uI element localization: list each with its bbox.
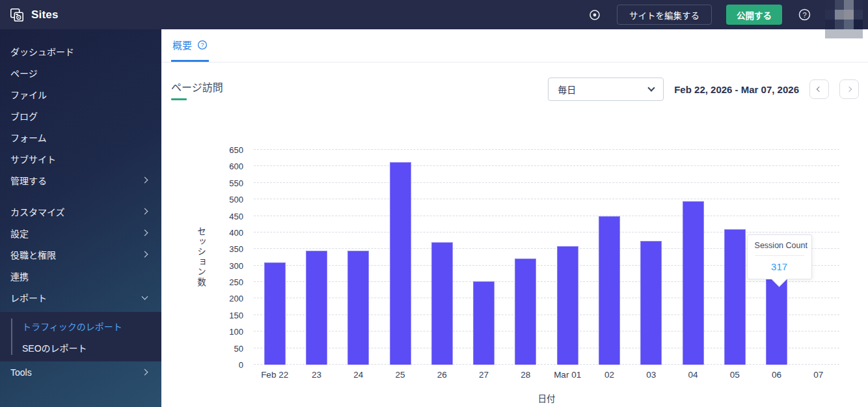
sidebar-item-11[interactable]: レポート — [0, 287, 161, 308]
x-tick-label: 24 — [338, 370, 379, 380]
submenu-item-1[interactable]: SEOのレポート — [0, 337, 161, 358]
bar-05[interactable] — [724, 229, 746, 365]
x-tick-label: Mar 01 — [547, 370, 588, 380]
bar-24[interactable] — [347, 251, 369, 365]
submenu-item-0[interactable]: トラフィックのレポート — [0, 315, 161, 337]
frequency-selected-value: 毎日 — [558, 83, 576, 96]
gridline — [254, 199, 839, 199]
sidebar: ダッシュボードページファイルブログフォームサブサイト管理するカスタマイズ設定役職… — [0, 29, 161, 407]
chevron-right-icon — [142, 230, 148, 236]
gridline — [254, 149, 839, 150]
gridline — [254, 331, 839, 331]
sidebar-item-10[interactable]: 連携 — [0, 265, 161, 287]
sites-logo-icon — [9, 7, 25, 23]
preview-icon[interactable] — [587, 7, 603, 23]
y-tick-label: 300 — [204, 261, 243, 271]
bar-02[interactable] — [599, 216, 620, 365]
publish-button[interactable]: 公開する — [726, 5, 782, 25]
sidebar-item-label: ダッシュボード — [10, 45, 74, 58]
gridline — [254, 182, 839, 183]
chevron-right-icon — [847, 87, 852, 92]
page-title: ページ訪問 — [171, 79, 223, 94]
sidebar-item-0[interactable]: ダッシュボード — [0, 40, 161, 62]
sidebar-item-label: サブサイト — [10, 152, 56, 165]
x-tick-label: 26 — [421, 370, 463, 380]
sidebar-item-label: 設定 — [10, 227, 29, 240]
x-tick-label: 06 — [755, 370, 797, 380]
range-controls: 毎日 Feb 22, 2026 - Mar 07, 2026 — [548, 77, 859, 101]
sidebar-item-label: フォーム — [10, 131, 47, 144]
bar-04[interactable] — [683, 201, 704, 365]
x-tick-label: 05 — [714, 370, 755, 380]
sidebar-item-3[interactable]: ブログ — [0, 105, 161, 126]
bar-26[interactable] — [431, 242, 453, 365]
sidebar-item-5[interactable]: サブサイト — [0, 148, 161, 169]
bar-27[interactable] — [473, 281, 495, 365]
topbar: Sites サイトを編集する 公開する ? — [0, 0, 868, 29]
page-title-block: ページ訪問 — [171, 79, 223, 100]
y-tick-label: 450 — [204, 212, 243, 221]
y-tick-label: 500 — [204, 195, 243, 204]
bar-03[interactable] — [640, 241, 662, 365]
x-tick-label: 02 — [588, 370, 630, 380]
report-controls: ページ訪問 毎日 Feb 22, 2026 - Mar 07, 2026 — [171, 75, 859, 104]
app-logo[interactable]: Sites — [9, 7, 59, 23]
sidebar-item-label: カスタマイズ — [10, 205, 65, 218]
help-icon[interactable]: ? — [796, 7, 812, 23]
sidebar-item-label: 連携 — [10, 270, 29, 283]
chart-tooltip: Session Count 317 — [747, 234, 812, 279]
sidebar-nav: ダッシュボードページファイルブログフォームサブサイト管理するカスタマイズ設定役職… — [0, 40, 161, 383]
sidebar-item-4[interactable]: フォーム — [0, 126, 161, 148]
x-tick-label: 23 — [295, 370, 337, 380]
sidebar-item-6[interactable]: 管理する — [0, 169, 161, 191]
sidebar-item-label: 管理する — [10, 174, 47, 187]
svg-text:?: ? — [802, 11, 806, 19]
x-tick-label: 25 — [379, 370, 421, 380]
gridline — [254, 348, 839, 348]
gridline — [254, 281, 839, 282]
bar-25[interactable] — [390, 162, 411, 365]
x-tick-label: 07 — [798, 370, 839, 380]
x-tick-label: 27 — [463, 370, 504, 380]
sidebar-item-9[interactable]: 役職と権限 — [0, 244, 161, 265]
svg-text:?: ? — [201, 42, 204, 48]
sidebar-item-7[interactable]: カスタマイズ — [0, 201, 161, 222]
chevron-down-icon — [142, 293, 148, 300]
chevron-down-icon — [648, 84, 655, 91]
bar-Feb 22[interactable] — [264, 262, 286, 365]
sidebar-item-8[interactable]: 設定 — [0, 222, 161, 244]
tab-help-icon[interactable]: ? — [197, 40, 208, 50]
bar-Mar 01[interactable] — [557, 246, 578, 365]
bar-28[interactable] — [515, 259, 536, 365]
app-title: Sites — [31, 8, 59, 21]
sidebar-item-label: Tools — [10, 367, 32, 378]
x-axis-title: 日付 — [254, 391, 839, 404]
frequency-dropdown[interactable]: 毎日 — [548, 77, 664, 101]
title-accent-underline — [171, 98, 187, 100]
y-tick-label: 550 — [204, 178, 243, 188]
y-tick-label: 150 — [204, 311, 243, 320]
sidebar-item-label: レポート — [10, 291, 47, 304]
y-tick-label: 600 — [204, 161, 243, 171]
bar-23[interactable] — [306, 251, 327, 365]
gridline — [254, 232, 839, 232]
tab-overview[interactable]: 概要 ? — [171, 29, 209, 62]
x-tick-label: 04 — [672, 370, 714, 380]
topbar-actions: サイトを編集する 公開する ? — [587, 5, 812, 25]
gridline — [254, 165, 839, 166]
sidebar-item-label: ブログ — [10, 109, 38, 122]
gridline — [254, 315, 839, 315]
sidebar-item-2[interactable]: ファイル — [0, 83, 161, 105]
y-tick-label: 350 — [204, 244, 243, 254]
gridline — [254, 364, 839, 365]
sidebar-item-1[interactable]: ページ — [0, 62, 161, 83]
main-content: 概要 ? ページ訪問 毎日 Feb 22, 2026 - Mar 07, 202… — [161, 29, 868, 407]
x-tick-label: Feb 22 — [254, 370, 295, 380]
sidebar-item-tools[interactable]: Tools — [0, 361, 161, 383]
avatar[interactable] — [825, 0, 863, 38]
edit-site-button[interactable]: サイトを編集する — [617, 5, 712, 25]
sidebar-item-label: 役職と権限 — [10, 248, 56, 261]
y-tick-label: 100 — [204, 327, 243, 337]
prev-range-button[interactable] — [809, 79, 829, 99]
next-range-button[interactable] — [839, 79, 859, 99]
